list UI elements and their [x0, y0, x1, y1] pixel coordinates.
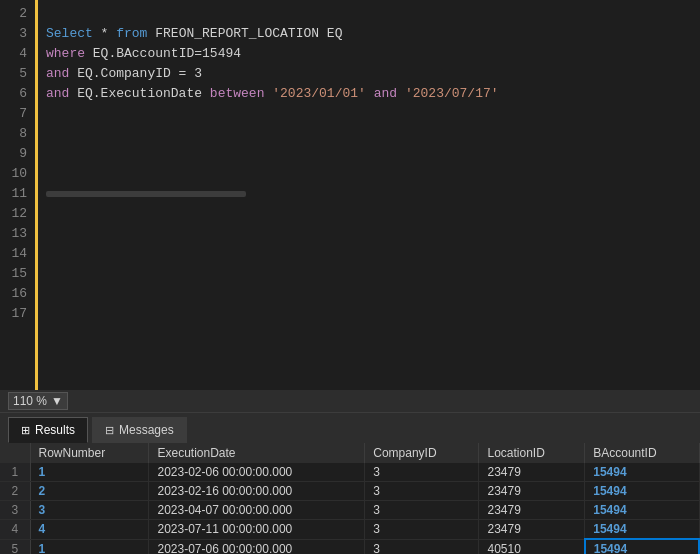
code-line-16 [46, 284, 692, 304]
line-num-3: 3 [4, 24, 27, 44]
editor-area: 2 3 4 5 6 7 8 9 10 11 12 13 14 15 16 17 … [0, 0, 700, 390]
results-tabs: ⊞ Results ⊟ Messages [0, 413, 700, 443]
line-numbers: 2 3 4 5 6 7 8 9 10 11 12 13 14 15 16 17 [0, 0, 38, 390]
cell-execdate: 2023-04-07 00:00:00.000 [149, 501, 365, 520]
code-line-13 [46, 224, 692, 244]
results-table-wrap: RowNumber ExecutionDate CompanyID Locati… [0, 443, 700, 554]
code-editor[interactable]: Select * from FREON_REPORT_LOCATION EQ w… [38, 0, 700, 390]
tab-messages[interactable]: ⊟ Messages [92, 417, 187, 443]
tab-results[interactable]: ⊞ Results [8, 417, 88, 443]
code-line-9 [46, 144, 692, 164]
cell-execdate: 2023-02-16 00:00:00.000 [149, 482, 365, 501]
results-table: RowNumber ExecutionDate CompanyID Locati… [0, 443, 700, 554]
line-num-16: 16 [4, 284, 27, 304]
code-line-10 [46, 164, 692, 184]
cell-execdate: 2023-02-06 00:00:00.000 [149, 463, 365, 482]
zoom-value: 110 % [13, 394, 47, 408]
code-line-6: and EQ.ExecutionDate between '2023/01/01… [46, 84, 692, 104]
cell-rownum: 2 [0, 482, 30, 501]
statusbar: 110 % ▼ [0, 390, 700, 412]
messages-tab-label: Messages [119, 423, 174, 437]
code-line-5: and EQ.CompanyID = 3 [46, 64, 692, 84]
keyword-between: between [210, 84, 265, 104]
line-num-7: 7 [4, 104, 27, 124]
table-header-row: RowNumber ExecutionDate CompanyID Locati… [0, 443, 699, 463]
line-num-2: 2 [4, 4, 27, 24]
results-panel: ⊞ Results ⊟ Messages RowNumber Execution… [0, 412, 700, 554]
cell-locationid: 23479 [479, 463, 585, 482]
keyword-and-3: and [374, 84, 397, 104]
cell-companyid: 3 [365, 539, 479, 554]
cell-companyid: 3 [365, 501, 479, 520]
line-num-9: 9 [4, 144, 27, 164]
line-num-13: 13 [4, 224, 27, 244]
dropdown-arrow-icon: ▼ [51, 394, 63, 408]
cell-rownumber: 2 [30, 482, 149, 501]
cell-rownum: 3 [0, 501, 30, 520]
col-header-baccountid: BAccountID [585, 443, 699, 463]
line-num-8: 8 [4, 124, 27, 144]
table-row[interactable]: 3 3 2023-04-07 00:00:00.000 3 23479 1549… [0, 501, 699, 520]
keyword-from: from [116, 24, 147, 44]
col-header-execdate: ExecutionDate [149, 443, 365, 463]
code-line-2 [46, 4, 692, 24]
col-header-rownum [0, 443, 30, 463]
cell-locationid: 23479 [479, 520, 585, 540]
line-num-6: 6 [4, 84, 27, 104]
cell-locationid: 23479 [479, 501, 585, 520]
table-row[interactable]: 2 2 2023-02-16 00:00:00.000 3 23479 1549… [0, 482, 699, 501]
cell-locationid: 23479 [479, 482, 585, 501]
keyword-where: where [46, 44, 85, 64]
line-num-15: 15 [4, 264, 27, 284]
cell-baccountid: 15494 [585, 501, 699, 520]
line-num-5: 5 [4, 64, 27, 84]
col-header-locationid: LocationID [479, 443, 585, 463]
code-line-4: where EQ.BAccountID=15494 [46, 44, 692, 64]
cell-baccountid: 15494 [585, 539, 699, 554]
cell-rownumber: 1 [30, 539, 149, 554]
results-tab-icon: ⊞ [21, 424, 30, 437]
messages-tab-icon: ⊟ [105, 424, 114, 437]
cell-rownum: 5 [0, 539, 30, 554]
results-tab-label: Results [35, 423, 75, 437]
cell-execdate: 2023-07-11 00:00:00.000 [149, 520, 365, 540]
cell-companyid: 3 [365, 463, 479, 482]
line-num-11: 11 [4, 184, 27, 204]
cell-rownumber: 4 [30, 520, 149, 540]
cell-rownumber: 3 [30, 501, 149, 520]
cell-rownum: 4 [0, 520, 30, 540]
code-container: 2 3 4 5 6 7 8 9 10 11 12 13 14 15 16 17 … [0, 0, 700, 390]
table-row[interactable]: 1 1 2023-02-06 00:00:00.000 3 23479 1549… [0, 463, 699, 482]
string-date-start: '2023/01/01' [272, 84, 366, 104]
table-row[interactable]: 5 1 2023-07-06 00:00:00.000 3 40510 1549… [0, 539, 699, 554]
code-line-7 [46, 104, 692, 124]
cell-baccountid: 15494 [585, 482, 699, 501]
line-num-14: 14 [4, 244, 27, 264]
cell-execdate: 2023-07-06 00:00:00.000 [149, 539, 365, 554]
cell-rownumber: 1 [30, 463, 149, 482]
line-num-17: 17 [4, 304, 27, 324]
line-num-12: 12 [4, 204, 27, 224]
zoom-control[interactable]: 110 % ▼ [8, 392, 68, 410]
code-line-15 [46, 264, 692, 284]
cell-rownum: 1 [0, 463, 30, 482]
cell-baccountid: 15494 [585, 463, 699, 482]
code-line-12 [46, 204, 692, 224]
cell-companyid: 3 [365, 520, 479, 540]
col-header-companyid: CompanyID [365, 443, 479, 463]
string-date-end: '2023/07/17' [405, 84, 499, 104]
line-num-10: 10 [4, 164, 27, 184]
zoom-dropdown[interactable]: 110 % ▼ [8, 392, 68, 410]
keyword-and-2: and [46, 84, 69, 104]
table-row[interactable]: 4 4 2023-07-11 00:00:00.000 3 23479 1549… [0, 520, 699, 540]
cell-companyid: 3 [365, 482, 479, 501]
scroll-indicator [46, 191, 246, 197]
code-line-11 [46, 184, 692, 204]
code-line-8 [46, 124, 692, 144]
cell-locationid: 40510 [479, 539, 585, 554]
code-line-17 [46, 304, 692, 324]
code-line-14 [46, 244, 692, 264]
keyword-and-1: and [46, 64, 69, 84]
col-header-rownumber: RowNumber [30, 443, 149, 463]
keyword-select: Select [46, 24, 93, 44]
